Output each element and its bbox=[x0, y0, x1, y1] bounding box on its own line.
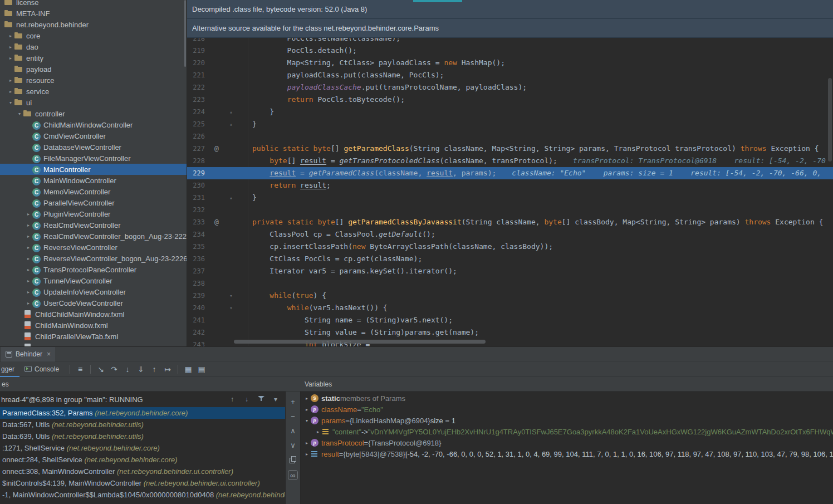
tree-item-reverseviewcontroller[interactable]: ▸CReverseViewController bbox=[0, 242, 187, 253]
move-watch-down-icon[interactable]: ∨ bbox=[286, 438, 300, 452]
line-number[interactable]: 242 bbox=[187, 326, 205, 339]
tree-item-childmainwindowcontroller[interactable]: CChildMainWindowController bbox=[0, 119, 187, 130]
tree-item-realcmdviewcontroller-bogon-aug-23-222[interactable]: ▸CRealCmdViewController_bogon_Aug-23-222 bbox=[0, 231, 187, 242]
variable-chevron-icon[interactable]: ▸ bbox=[303, 441, 311, 446]
tree-chevron-icon[interactable]: ▸ bbox=[24, 234, 32, 239]
code-line-235[interactable]: 235 cp.insertClassPath(new ByteArrayClas… bbox=[187, 241, 833, 253]
tree-chevron-icon[interactable]: ▸ bbox=[24, 223, 32, 228]
tree-item-resource[interactable]: ▸resource bbox=[0, 75, 187, 86]
next-frame-icon[interactable]: ↓ bbox=[239, 395, 254, 403]
tree-item-updateinfoviewcontroller[interactable]: ▸CUpdateInfoViewController bbox=[0, 286, 187, 297]
line-number[interactable]: 224 bbox=[187, 106, 205, 118]
tree-chevron-icon[interactable]: ▸ bbox=[24, 290, 32, 295]
code-line-238[interactable]: 238 bbox=[187, 277, 833, 290]
frame-row[interactable]: :1271, ShellService (net.rebeyond.behind… bbox=[0, 442, 285, 454]
tree-item-reverseviewcontroller-bogon-aug-23-2226[interactable]: ▸CReverseViewController_bogon_Aug-23-222… bbox=[0, 253, 187, 264]
variable-row[interactable]: ▸sstatic members of Params bbox=[301, 393, 833, 404]
code-line-225[interactable]: 225▴} bbox=[187, 118, 833, 130]
code-line-223[interactable]: 223 return PocCls.toBytecode(); bbox=[187, 94, 833, 106]
tree-item-cmdviewcontroller[interactable]: CCmdViewController bbox=[0, 130, 187, 141]
tree-chevron-icon[interactable]: ▸ bbox=[7, 89, 14, 94]
tree-chevron-icon[interactable]: ▸ bbox=[7, 33, 14, 38]
previous-frame-icon[interactable]: ↑ bbox=[225, 395, 239, 403]
code-line-228[interactable]: 228 byte[] result = getTransProtocoledCl… bbox=[187, 155, 833, 167]
code-line-218[interactable]: 218 PocCls.setName(className); bbox=[187, 38, 833, 45]
fold-marker-icon[interactable]: ▴ bbox=[227, 106, 235, 118]
line-number[interactable]: 233 bbox=[187, 216, 205, 228]
code-line-220[interactable]: 220 Map<String, CtClass> payloadClass = … bbox=[187, 57, 833, 69]
tree-chevron-icon[interactable]: ▸ bbox=[7, 56, 14, 61]
tree-item-childchildmainwindow-fxml[interactable]: ChildChildMainWindow.fxml bbox=[0, 309, 187, 320]
show-watches-icon[interactable]: ∞ bbox=[288, 470, 298, 480]
filter-frames-icon[interactable] bbox=[254, 395, 268, 403]
project-tree-scrollbar[interactable] bbox=[184, 0, 186, 67]
editor-code[interactable]: 218 PocCls.setName(className);219 PocCls… bbox=[187, 38, 833, 346]
frame-row[interactable]: -1, MainWindowController$$Lambda$1045/0x… bbox=[0, 489, 285, 501]
tree-item-childparallelviewtab-fxml[interactable]: ChildParallelViewTab.fxml bbox=[0, 331, 187, 342]
code-line-221[interactable]: 221 payloadClass.put(className, PocCls); bbox=[187, 69, 833, 81]
code-line-222[interactable]: 222 payloadClassCache.put(transProtocolN… bbox=[187, 81, 833, 94]
line-number[interactable]: 230 bbox=[187, 179, 205, 192]
code-line-229[interactable]: 229 result = getParamedClass(className, … bbox=[187, 167, 833, 179]
tree-item-databaseviewcontroller[interactable]: CDatabaseViewController bbox=[0, 141, 187, 153]
code-line-234[interactable]: 234 ClassPool cp = ClassPool.getDefault(… bbox=[187, 228, 833, 241]
line-number[interactable]: 234 bbox=[187, 228, 205, 241]
tree-item-license[interactable]: license bbox=[0, 0, 187, 8]
tree-item-payload[interactable]: payload bbox=[0, 63, 187, 75]
view-breakpoints-icon[interactable]: ▦ bbox=[182, 365, 195, 374]
line-number[interactable]: 226 bbox=[187, 130, 205, 143]
step-out-icon[interactable]: ↑ bbox=[148, 365, 161, 374]
tree-item-pluginviewcontroller[interactable]: ▸CPluginViewController bbox=[0, 208, 187, 219]
variable-row[interactable]: ▾pparams = {LinkedHashMap@6904} size = 1 bbox=[301, 415, 833, 426]
line-number[interactable]: 238 bbox=[187, 277, 205, 290]
variable-chevron-icon[interactable]: ▸ bbox=[303, 407, 311, 412]
line-number[interactable]: 220 bbox=[187, 57, 205, 69]
fold-marker-icon[interactable]: ▴ bbox=[227, 118, 235, 130]
variable-chevron-icon[interactable]: ▸ bbox=[303, 396, 311, 401]
line-number[interactable]: 240 bbox=[187, 302, 205, 314]
variable-row[interactable]: ▸pclassName = "Echo" bbox=[301, 404, 833, 415]
tree-item-transprotocolpanecontroller[interactable]: ▸CTransProtocolPaneController bbox=[0, 264, 187, 275]
tree-item-service[interactable]: ▸service bbox=[0, 86, 187, 97]
tree-item-parallelviewcontroller[interactable]: CParallelViewController bbox=[0, 197, 187, 208]
tree-item-maincontroller[interactable]: CMainController bbox=[0, 164, 187, 175]
tree-item-controller[interactable]: ▾controller bbox=[0, 108, 187, 119]
tree-chevron-icon[interactable]: ▾ bbox=[16, 111, 23, 116]
tab-console[interactable]: Console bbox=[19, 361, 64, 377]
tree-item-memoviewcontroller[interactable]: CMemoViewController bbox=[0, 186, 187, 197]
tree-item-entity[interactable]: ▸entity bbox=[0, 52, 187, 63]
tree-chevron-icon[interactable]: ▸ bbox=[24, 278, 32, 283]
code-line-231[interactable]: 231▴} bbox=[187, 192, 833, 204]
tree-chevron-icon[interactable]: ▾ bbox=[7, 100, 14, 105]
frame-row[interactable]: ParamedClass:352, Params (net.rebeyond.b… bbox=[0, 407, 285, 419]
show-execution-point-icon[interactable]: ↘ bbox=[94, 365, 107, 374]
step-into-icon[interactable]: ↓ bbox=[121, 365, 134, 374]
code-line-236[interactable]: 236 CtClass PocCls = cp.get(className); bbox=[187, 253, 833, 265]
tree-item-net-rebeyond-behinder[interactable]: net.rebeyond.behinder bbox=[0, 19, 187, 30]
line-number[interactable]: 227 bbox=[187, 143, 205, 155]
line-number[interactable]: 223 bbox=[187, 94, 205, 106]
line-number[interactable]: 239 bbox=[187, 290, 205, 302]
editor-horizontal-scrollbar[interactable] bbox=[234, 340, 486, 344]
tree-item-ui[interactable]: ▾ui bbox=[0, 97, 187, 108]
close-tab-icon[interactable]: × bbox=[47, 350, 51, 358]
tree-item-usercodeviewcontroller[interactable]: ▸CUserCodeViewController bbox=[0, 297, 187, 309]
remove-watch-icon[interactable]: − bbox=[286, 409, 300, 423]
line-number[interactable]: 222 bbox=[187, 81, 205, 94]
variable-chevron-icon[interactable]: ▾ bbox=[303, 418, 311, 423]
tree-chevron-icon[interactable]: ▸ bbox=[24, 301, 32, 306]
thread-selector[interactable]: hread-4"@6,898 in group "main": RUNNING … bbox=[0, 392, 285, 407]
tree-item-meta-inf[interactable]: META-INF bbox=[0, 8, 187, 19]
tree-item-childmainwindow-fxml[interactable]: ChildMainWindow.fxml bbox=[0, 320, 187, 331]
fold-marker-icon[interactable]: ▾ bbox=[227, 290, 235, 302]
tree-item-dao[interactable]: ▸dao bbox=[0, 41, 187, 52]
move-watch-up-icon[interactable]: ∧ bbox=[286, 423, 300, 438]
code-line-226[interactable]: 226 bbox=[187, 130, 833, 143]
fold-marker-icon[interactable]: ▾ bbox=[227, 302, 235, 314]
duplicate-watch-icon[interactable] bbox=[286, 452, 300, 467]
code-line-237[interactable]: 237 Iterator var5 = params.keySet().iter… bbox=[187, 265, 833, 277]
line-number[interactable]: 235 bbox=[187, 241, 205, 253]
code-line-242[interactable]: 242 String value = (String)params.get(na… bbox=[187, 326, 833, 339]
frame-row[interactable]: Data:639, Utils (net.rebeyond.behinder.u… bbox=[0, 430, 285, 442]
tree-chevron-icon[interactable]: ▸ bbox=[24, 267, 32, 272]
